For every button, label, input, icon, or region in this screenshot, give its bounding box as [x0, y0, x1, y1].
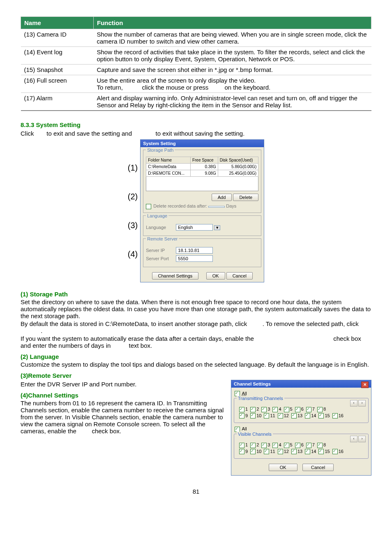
table-row: (15) Snapshot Capture and save the scree… — [21, 65, 371, 75]
channel-checkbox[interactable]: 2 — [250, 407, 259, 412]
ok-button[interactable]: OK — [206, 272, 225, 280]
prev-icon[interactable]: ‹ — [350, 400, 357, 407]
visible-group: Visible Channels ‹ › 12345678 9101112131… — [234, 434, 369, 459]
table-row: (17) Alarm Alert and display warning inf… — [21, 93, 371, 111]
channel-checkbox[interactable]: 14 — [305, 449, 316, 455]
channel-heading: (4)Channel Settings — [21, 392, 226, 399]
storage-path-heading: (1) Storage Path — [21, 291, 371, 298]
storage-path-panel: Storage Path Folder Name Free Space Disk… — [143, 150, 261, 213]
channel-checkbox[interactable]: 16 — [332, 449, 344, 455]
table-row: (16) Full screen Use the entire area of … — [21, 75, 371, 93]
channel-checkbox[interactable]: 11 — [264, 449, 275, 455]
channel-checkbox[interactable]: 9 — [239, 413, 248, 419]
dialog-title: System Setting — [141, 140, 264, 147]
channel-checkbox[interactable]: 12 — [278, 449, 289, 455]
prev-icon[interactable]: ‹ — [350, 436, 357, 442]
storage-p3: If you want the system to automatically … — [21, 335, 371, 349]
section-title: 8.3.3 System Setting — [21, 121, 371, 128]
channel-checkbox[interactable]: 6 — [295, 442, 304, 448]
channel-checkbox[interactable]: 3 — [261, 442, 270, 448]
channel-checkbox[interactable]: 14 — [305, 413, 316, 419]
channel-checkbox[interactable]: 13 — [291, 449, 302, 455]
page-number: 81 — [21, 488, 371, 495]
channel-checkbox[interactable]: 12 — [278, 413, 289, 419]
storage-row[interactable]: C:\RemoteData 0.38G 5.86G(0.00G) — [146, 164, 258, 170]
channel-checkbox[interactable]: 6 — [295, 407, 304, 412]
channel-checkbox[interactable]: 10 — [250, 413, 261, 419]
channel-checkbox[interactable]: 2 — [250, 442, 259, 448]
channel-checkbox[interactable]: 1 — [239, 442, 248, 448]
col-function: Function — [94, 17, 371, 29]
language-heading: (2) Language — [21, 353, 371, 360]
table-row: (13) Camera ID Show the number of camera… — [21, 29, 371, 47]
next-icon[interactable]: › — [358, 400, 366, 407]
intro-paragraph: Click OK to exit and save the setting an… — [21, 130, 371, 137]
channel-checkbox[interactable]: 5 — [284, 407, 293, 412]
remote-body: Enter the DVR Server IP and Port number. — [21, 381, 226, 388]
table-row: (14) Event log Show the record of activi… — [21, 47, 371, 65]
channel-settings-dialog: Channel Settings ✕ All Transmitting Chan… — [231, 380, 371, 476]
cancel-button[interactable]: Cancel — [302, 464, 334, 471]
storage-p2: By default the data is stored in C:\Remo… — [21, 320, 371, 334]
channel-checkbox[interactable]: 10 — [250, 449, 261, 455]
channel-checkbox[interactable]: 9 — [239, 449, 248, 455]
cancel-button[interactable]: Cancel — [226, 272, 253, 280]
channel-checkbox[interactable]: 13 — [291, 413, 302, 419]
language-select[interactable]: English — [176, 224, 213, 231]
storage-row[interactable]: D:\REMOTE CON... 9.08G 25.45G(0.00G) — [146, 170, 258, 177]
channel-settings-button[interactable]: Channel Settings — [152, 272, 199, 280]
channel-checkbox[interactable]: 4 — [272, 442, 281, 448]
delete-button[interactable]: Delete — [233, 194, 258, 201]
delete-after-checkbox[interactable] — [146, 204, 151, 209]
language-body: Customize the system to display the tool… — [21, 361, 371, 368]
storage-p1: Set the directory on where to save the d… — [21, 298, 371, 319]
channel-checkbox[interactable]: 15 — [318, 413, 330, 419]
channel-checkbox[interactable]: 1 — [239, 407, 248, 412]
dialog-title: Channel Settings ✕ — [231, 380, 371, 388]
channel-checkbox[interactable]: 15 — [318, 449, 330, 455]
channel-checkbox[interactable]: 5 — [284, 442, 293, 448]
remote-heading: (3)Remote Server — [21, 372, 371, 379]
close-icon[interactable]: ✕ — [361, 381, 369, 388]
channel-checkbox[interactable]: 4 — [272, 407, 281, 412]
add-button[interactable]: Add — [212, 194, 232, 201]
ok-button[interactable]: OK — [269, 464, 297, 471]
chevron-down-icon[interactable]: ▼ — [214, 225, 220, 230]
channel-checkbox[interactable]: 7 — [306, 407, 315, 412]
days-input[interactable] — [208, 206, 225, 208]
channel-checkbox[interactable]: 3 — [261, 407, 270, 412]
next-icon[interactable]: › — [358, 436, 366, 442]
reference-table: Name Function (13) Camera ID Show the nu… — [21, 16, 371, 111]
channel-checkbox[interactable]: 8 — [317, 407, 326, 412]
system-setting-dialog: System Setting Storage Path Folder Name … — [140, 139, 264, 282]
storage-table: Folder Name Free Space Disk Space(Used) … — [146, 157, 258, 191]
remote-server-panel: Remote Server Server IP 18.1.10.81 Serve… — [143, 238, 261, 267]
channel-checkbox[interactable]: 8 — [317, 442, 326, 448]
system-setting-figure: (1) (2) (3) (4) System Setting Storage P… — [21, 139, 371, 282]
channel-checkbox[interactable]: 11 — [264, 413, 275, 419]
col-name: Name — [21, 17, 94, 29]
channel-checkbox[interactable]: 7 — [306, 442, 315, 448]
language-panel: Language Language English ▼ — [143, 215, 261, 236]
server-ip-input[interactable]: 18.1.10.81 — [176, 247, 213, 254]
channel-body: The numbers from 01 to 16 represent the … — [21, 400, 226, 435]
figure-callouts: (1) (2) (3) (4) — [128, 153, 138, 268]
channel-checkbox[interactable]: 16 — [332, 413, 344, 419]
server-port-input[interactable]: 5550 — [176, 255, 213, 262]
transmitting-group: Transmitting Channels ‹ › 12345678 91011… — [234, 398, 369, 423]
